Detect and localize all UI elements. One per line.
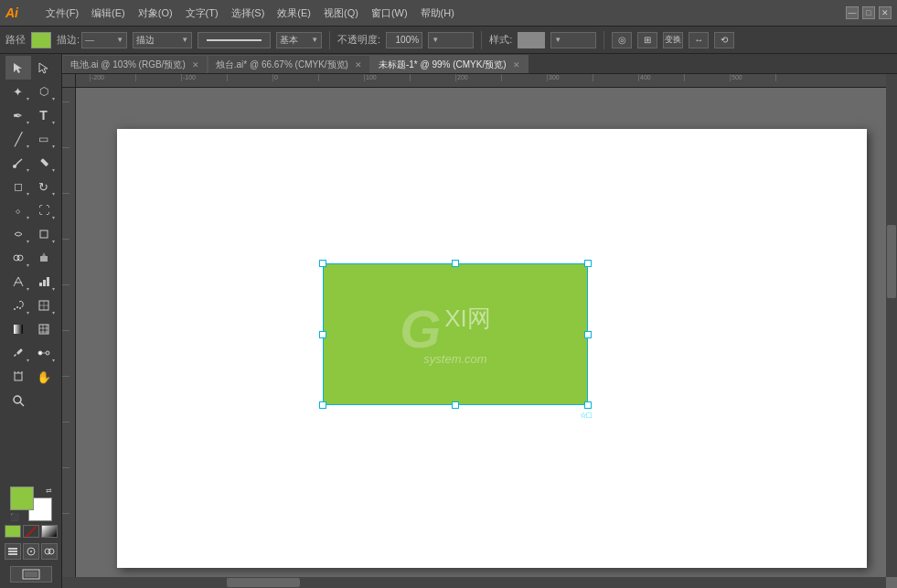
options-icon-1[interactable]: ◎ (612, 32, 632, 48)
tab-label-0: 电池.ai @ 103% (RGB/预览) (70, 59, 186, 71)
artboard-tool[interactable] (5, 365, 31, 389)
hand-tool[interactable]: ✋ (31, 365, 57, 389)
menu-help[interactable]: 帮助(H) (415, 5, 460, 22)
options-icon-3[interactable]: ↔ (689, 32, 709, 48)
slice-tool[interactable]: ▾ (31, 294, 57, 317)
opacity-dropdown[interactable]: ▼ (428, 32, 474, 48)
handle-top-center[interactable] (452, 260, 459, 267)
selected-rectangle[interactable]: G XI网 system.com ☆□ (323, 263, 588, 405)
warp-tool[interactable]: ▾ (5, 222, 31, 246)
stroke-style-dropdown[interactable]: 描边 ▼ (133, 32, 192, 48)
tab-2[interactable]: 未标题-1* @ 99% (CMYK/预览) ✕ (370, 55, 529, 73)
window-minimize[interactable]: — (846, 6, 859, 19)
svg-rect-36 (8, 551, 17, 552)
menu-select[interactable]: 选择(S) (226, 5, 271, 22)
vertical-scrollbar[interactable] (886, 74, 897, 577)
options-icon-2[interactable]: ⊞ (637, 32, 657, 48)
swap-colors-icon[interactable]: ⇄ (46, 486, 52, 495)
tab-close-0[interactable]: ✕ (192, 60, 199, 69)
svg-rect-12 (47, 277, 49, 286)
svg-rect-19 (14, 325, 23, 334)
tab-close-1[interactable]: ✕ (355, 60, 362, 69)
free-transform-tool[interactable]: ▾ (31, 222, 57, 246)
scale-tool[interactable]: ⛶ ▾ (31, 198, 57, 222)
fill-solid-btn[interactable] (5, 525, 21, 538)
fill-color-swatch[interactable] (31, 32, 51, 48)
style-swatch[interactable] (518, 32, 545, 48)
shape-builder-tool[interactable]: ▾ (5, 246, 31, 270)
pencil-tool[interactable]: ▾ (31, 151, 57, 175)
svg-point-27 (46, 351, 49, 355)
rect-tool[interactable]: ▭ ▾ (31, 127, 57, 151)
handle-bottom-left[interactable] (319, 401, 326, 409)
style-label: 样式: (489, 33, 512, 47)
mesh-tool[interactable] (31, 317, 57, 341)
live-paint-tool[interactable] (31, 246, 57, 270)
eyedropper-tool[interactable]: ▾ (5, 341, 31, 365)
window-maximize[interactable]: □ (862, 6, 875, 19)
opacity-input[interactable] (386, 32, 422, 48)
selection-tool[interactable] (5, 56, 31, 80)
horizontal-scroll-thumb[interactable] (227, 578, 300, 587)
app-logo: Ai (5, 5, 31, 20)
menu-view[interactable]: 视图(Q) (318, 5, 364, 22)
direct-selection-tool[interactable] (31, 56, 57, 80)
gradient-tool[interactable] (5, 317, 31, 341)
blend-tool[interactable]: ▾ (31, 341, 57, 365)
tool-row-1 (0, 56, 61, 80)
layers-icon[interactable] (5, 543, 21, 560)
window-close[interactable]: ✕ (879, 6, 892, 19)
style-dropdown[interactable]: ▼ (550, 32, 596, 48)
handle-bottom-right[interactable] (584, 401, 592, 409)
menu-object[interactable]: 对象(O) (133, 5, 178, 22)
zoom-tool[interactable] (5, 389, 31, 412)
svg-point-41 (48, 549, 54, 554)
svg-point-4 (17, 255, 23, 261)
svg-line-7 (14, 277, 18, 286)
handle-top-left[interactable] (319, 260, 326, 267)
fill-none-btn[interactable] (23, 525, 39, 538)
base-dropdown[interactable]: 基本 ▼ (276, 32, 322, 48)
reflect-tool[interactable]: ⬦ ▾ (5, 198, 31, 222)
handle-middle-right[interactable] (584, 331, 592, 338)
stroke-dropdown[interactable]: — ▼ (81, 32, 127, 48)
rotate-tool[interactable]: ↻ ▾ (31, 175, 57, 198)
menu-edit[interactable]: 编辑(E) (86, 5, 131, 22)
handle-top-right[interactable] (584, 260, 592, 267)
tab-close-2[interactable]: ✕ (513, 60, 520, 69)
menu-file[interactable]: 文件(F) (40, 5, 84, 22)
eraser-tool[interactable]: ◻ ▾ (5, 175, 31, 198)
column-graph-tool[interactable]: ▾ (31, 270, 57, 294)
color-section: ⬛ ⇄ (0, 486, 61, 588)
handle-middle-left[interactable] (319, 331, 326, 338)
options-icon-4[interactable]: ⟲ (714, 32, 734, 48)
tool-row-2: ✦ ▾ ⬡ ▾ (0, 80, 61, 103)
menu-window[interactable]: 窗口(W) (366, 5, 413, 22)
fg-color-swatch[interactable] (10, 486, 34, 510)
perspective-grid-tool[interactable]: ▾ (5, 270, 31, 294)
line-tool[interactable]: ╱ ▾ (5, 127, 31, 151)
lasso-tool[interactable]: ⬡ ▾ (31, 80, 57, 103)
dock-icon[interactable] (10, 566, 52, 583)
canvas-area[interactable]: -200-1000100200300400500 G XI网 system.co… (62, 74, 897, 588)
fill-gradient-btn[interactable] (41, 525, 58, 538)
pen-tool[interactable]: ✒ ▾ (5, 103, 31, 127)
svg-point-39 (30, 551, 32, 552)
options-reorder[interactable]: 变换 (663, 32, 683, 48)
menu-text[interactable]: 文字(T) (180, 5, 224, 22)
watermark-domain: system.com (423, 352, 486, 366)
vertical-scroll-thumb[interactable] (887, 225, 896, 298)
horizontal-scrollbar[interactable] (62, 577, 886, 588)
brush-tool[interactable]: ▾ (5, 151, 31, 175)
pathfinder-icon[interactable] (41, 543, 58, 560)
tab-1[interactable]: 烛台.ai* @ 66.67% (CMYK/预览) ✕ (208, 55, 370, 73)
symbol-sprayer-tool[interactable]: ▾ (5, 294, 31, 317)
handle-bottom-center[interactable] (452, 401, 459, 409)
options-separator-3 (603, 31, 604, 49)
magic-wand-tool[interactable]: ✦ ▾ (5, 80, 31, 103)
default-colors-icon[interactable]: ⬛ (10, 513, 19, 521)
tab-0[interactable]: 电池.ai @ 103% (RGB/预览) ✕ (62, 55, 208, 73)
menu-effect[interactable]: 效果(E) (272, 5, 316, 22)
type-tool[interactable]: T ▾ (31, 103, 57, 127)
align-icon[interactable] (23, 543, 39, 560)
